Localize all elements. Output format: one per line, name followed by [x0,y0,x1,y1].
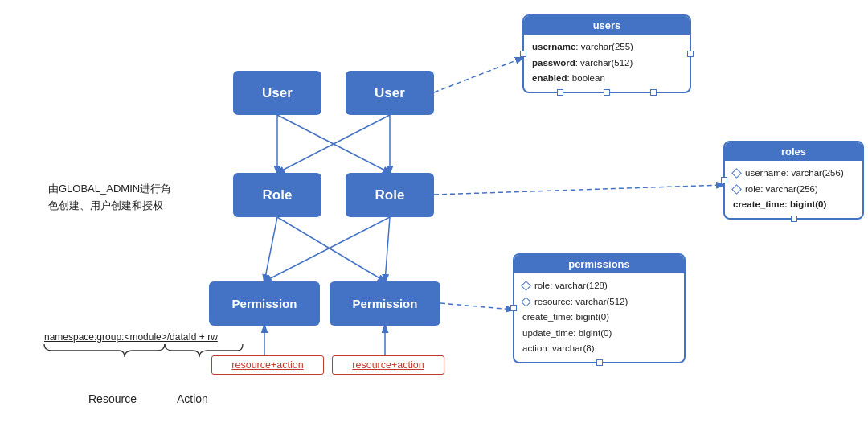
users-table-header: users [524,16,690,35]
user2-entity: User [346,71,434,115]
field-username: username: varchar(255) [532,39,682,55]
svg-line-4 [264,217,277,281]
annotation-text: 由GLOBAL_ADMIN进行角色创建、用户创建和授权 [48,181,209,215]
permissions-table-header: permissions [514,255,684,273]
perm2-entity: Permission [330,281,440,326]
diamond-icon [731,168,742,179]
roles-table: roles username: varchar(256) role: varch… [723,141,864,220]
users-table: users username: varchar(255) password: v… [522,14,691,93]
svg-line-1 [277,115,390,173]
svg-line-2 [277,115,390,173]
namespace-label: namespace:group:<module>/dataId + rw [44,330,218,345]
roles-table-header: roles [725,142,862,161]
perm-field-resource: resource: varchar(512) [522,294,676,310]
field-enabled: enabled: boolean [532,71,682,87]
resource-action-box-1: resource+action [211,355,324,375]
svg-line-5 [277,217,385,281]
field-password: password: varchar(512) [532,55,682,72]
users-table-body: username: varchar(255) password: varchar… [524,35,690,92]
svg-line-12 [440,303,513,310]
permissions-table: permissions role: varchar(128) resource:… [513,253,686,363]
roles-table-body: username: varchar(256) role: varchar(256… [725,161,862,218]
role1-entity: Role [233,173,321,217]
svg-line-6 [264,217,390,281]
perm1-entity: Permission [209,281,320,326]
diamond-icon [521,297,531,307]
svg-line-7 [385,217,390,281]
diamond-icon [731,184,742,195]
perm-field-create-time: create_time: bigint(0) [522,310,676,326]
roles-field-create-time: create_time: bigint(0) [733,197,854,213]
resource-action-box-2: resource+action [332,355,444,375]
perm-field-action: action: varchar(8) [522,341,676,357]
svg-line-10 [434,58,522,92]
perm-field-update-time: update_time: bigint(0) [522,326,676,342]
roles-field-username: username: varchar(256) [733,166,854,182]
user1-entity: User [233,71,321,115]
permissions-table-body: role: varchar(128) resource: varchar(512… [514,273,684,362]
action-label: Action [177,392,208,405]
diamond-icon [521,281,531,291]
resource-label: Resource [88,392,137,405]
diagram-container: User User Role Role Permission Permissio… [0,0,868,427]
svg-line-11 [434,185,723,195]
role2-entity: Role [346,173,434,217]
roles-field-role: role: varchar(256) [733,182,854,198]
perm-field-role: role: varchar(128) [522,278,676,294]
